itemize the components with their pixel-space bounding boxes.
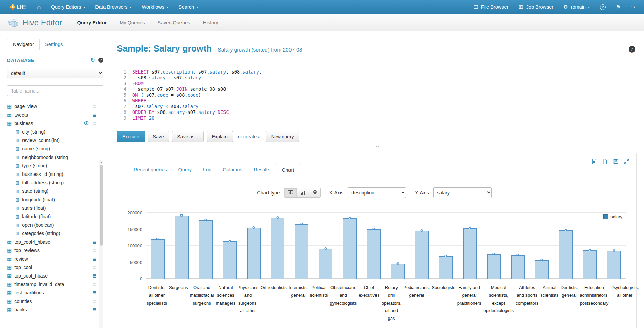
column-item[interactable]: ▥name (string) [7, 144, 96, 153]
column-item[interactable]: ▥full_address (string) [7, 178, 96, 187]
sidebar-tab-settings[interactable]: Settings [40, 39, 68, 50]
chart-bar[interactable] [343, 218, 357, 279]
browse-data-icon[interactable]: ≣ [92, 256, 96, 262]
table-item[interactable]: ▦timestamp_invalid_data≣ [7, 280, 96, 288]
table-item[interactable]: ▦review≣ [7, 254, 96, 263]
table-item[interactable]: ▦banks≣ [7, 305, 96, 314]
column-item[interactable]: ▥type (string) [7, 161, 96, 170]
editor-code[interactable]: SELECT s07.description, s07.salary, s08.… [132, 69, 262, 121]
hue-logo[interactable]: UE [4, 0, 32, 14]
scrollbar-thumb[interactable] [100, 165, 103, 246]
browse-data-icon[interactable]: ≣ [92, 290, 96, 295]
topnav-menu-query-editors[interactable]: Query Editors▾ [46, 0, 90, 14]
chart-type-bars-button[interactable] [284, 188, 297, 198]
results-tab-query[interactable]: Query [173, 164, 198, 176]
browse-data-icon[interactable]: ≣ [92, 248, 96, 253]
chart-bar[interactable] [295, 224, 308, 279]
chart-type-columns-button[interactable] [297, 188, 309, 198]
browse-data-icon[interactable]: ≣ [92, 104, 96, 109]
topnav-help-button[interactable]: ? [595, 0, 611, 14]
browse-data-icon[interactable]: ≣ [92, 299, 96, 304]
chart-type-map-button[interactable] [309, 188, 321, 198]
chart-bar[interactable] [583, 250, 597, 279]
app-tab-query-editor[interactable]: Query Editor [77, 15, 107, 30]
sidebar-scrollbar[interactable]: ▲ ▼ [99, 160, 103, 328]
topnav-menu-search[interactable]: Search▾ [173, 0, 203, 14]
chart-bar[interactable] [175, 216, 189, 279]
table-item[interactable]: ▦counties≣ [7, 297, 96, 305]
results-tab-log[interactable]: Log [197, 164, 217, 176]
chart-bar[interactable] [463, 228, 477, 279]
table-filter-input[interactable] [7, 85, 103, 96]
table-item[interactable]: ▦test_partitions≣ [7, 288, 96, 297]
explain-button[interactable]: Explain [207, 131, 233, 142]
assist-help-icon[interactable]: ? [98, 58, 103, 63]
topnav-file-browser[interactable]: ▤File Browser [469, 0, 514, 14]
browse-data-icon[interactable]: ≣ [92, 121, 96, 126]
chart-bar[interactable] [559, 230, 573, 279]
chart-bar[interactable] [607, 251, 621, 279]
save-button[interactable]: Save [148, 131, 169, 142]
topnav-menu-data-browsers[interactable]: Data Browsers▾ [90, 0, 136, 14]
results-tab-chart[interactable]: Chart [276, 164, 300, 176]
execute-button[interactable]: Execute [117, 131, 145, 142]
y-axis-select[interactable]: salary [433, 187, 492, 198]
topnav-job-browser[interactable]: ▦Job Browser [513, 0, 558, 14]
chart-bar[interactable] [439, 256, 453, 279]
column-item[interactable]: ▥state (string) [7, 187, 96, 195]
expand-results-icon[interactable] [624, 159, 629, 164]
hive-editor-home-link[interactable]: Hive Editor [7, 18, 62, 28]
new-query-button[interactable]: New query [266, 131, 299, 142]
topnav-menu-workflows[interactable]: Workflows▾ [136, 0, 173, 14]
help-icon[interactable]: ? [629, 46, 635, 53]
table-item[interactable]: ▦top_reviews≣ [7, 246, 96, 254]
sql-editor[interactable]: 123456789 SELECT s07.description, s07.sa… [117, 69, 637, 121]
column-item[interactable]: ▥city (string) [7, 127, 96, 136]
topnav-romain[interactable]: ⚙romain▾ [558, 0, 595, 14]
save-results-icon[interactable] [613, 159, 619, 164]
browse-data-icon[interactable]: ≣ [92, 307, 96, 312]
home-button[interactable]: ⌂ [32, 0, 46, 14]
column-item[interactable]: ▥stars (float) [7, 204, 96, 212]
chart-bar[interactable] [415, 231, 429, 279]
results-tab-columns[interactable]: Columns [217, 164, 248, 176]
download-csv-icon[interactable] [602, 159, 608, 164]
eye-icon[interactable] [84, 121, 89, 125]
browse-data-icon[interactable]: ≣ [92, 112, 96, 118]
browse-data-icon[interactable]: ≣ [92, 239, 96, 245]
query-subtitle[interactable]: Salary growth (sorted) from 2007-08 [218, 47, 302, 54]
scroll-up-icon[interactable]: ▲ [100, 160, 102, 164]
query-title[interactable]: Sample: Salary growth [117, 43, 212, 55]
chart-bar[interactable] [247, 228, 261, 279]
column-item[interactable]: ▥categories (string) [7, 229, 96, 238]
column-item[interactable]: ▥business_id (string) [7, 170, 96, 178]
download-xls-icon[interactable] [591, 159, 597, 164]
chart-bar[interactable] [151, 239, 165, 279]
chart-bar[interactable] [535, 260, 549, 279]
app-tab-history[interactable]: History [203, 15, 218, 30]
sidebar-tab-navigator[interactable]: Navigator [7, 39, 40, 50]
chart-bar[interactable] [319, 249, 332, 279]
chart-bar[interactable] [367, 229, 381, 279]
database-select[interactable]: default [7, 68, 103, 78]
column-item[interactable]: ▥open (boolean) [7, 221, 96, 229]
browse-data-icon[interactable]: ≣ [92, 265, 96, 270]
x-axis-select[interactable]: description [348, 187, 406, 198]
browse-data-icon[interactable]: ≣ [92, 282, 96, 287]
save-as-button[interactable]: Save as... [172, 131, 204, 142]
table-item[interactable]: ▦tweets≣ [7, 110, 96, 119]
results-tab-recent-queries[interactable]: Recent queries [128, 164, 173, 176]
chart-bar[interactable] [223, 241, 237, 279]
app-tab-saved-queries[interactable]: Saved Queries [157, 15, 190, 30]
chart-bar[interactable] [199, 220, 213, 279]
editor-resize-handle[interactable]: ... [117, 143, 637, 149]
column-item[interactable]: ▥latitude (float) [7, 212, 96, 221]
topnav-flag-button[interactable]: ⚑ [611, 0, 625, 14]
browse-data-icon[interactable]: ≣ [92, 273, 96, 279]
refresh-icon[interactable]: ↻ [91, 57, 95, 63]
column-item[interactable]: ▥longitude (float) [7, 195, 96, 204]
chart-bar[interactable] [391, 264, 405, 279]
app-tab-my-queries[interactable]: My Queries [120, 15, 145, 30]
table-item[interactable]: ▦top_cool4_hbase≣ [7, 238, 96, 246]
chart-bar[interactable] [271, 218, 284, 279]
